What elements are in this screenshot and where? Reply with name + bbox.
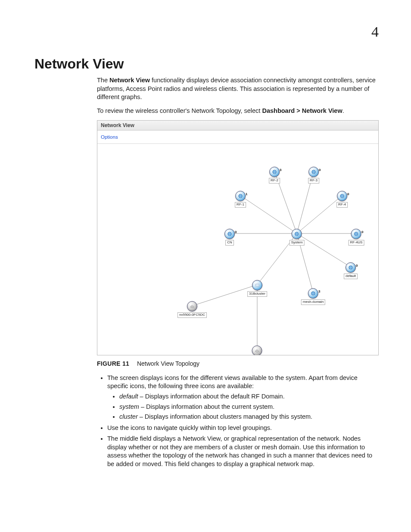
device-icon bbox=[252, 345, 262, 355]
globe-icon bbox=[308, 288, 318, 299]
panel-toolbar: Options bbox=[97, 131, 378, 144]
intro-paragraph: The Network View functionality displays … bbox=[97, 76, 379, 102]
chapter-number: 4 bbox=[371, 24, 379, 40]
desc: – Displays information about the default… bbox=[138, 393, 285, 400]
topology-node-rf4[interactable]: 0RF-4 bbox=[336, 191, 348, 208]
network-view-panel: Network View Options System3RF-20RF-31RF… bbox=[97, 120, 379, 355]
node-label: CN bbox=[225, 240, 234, 246]
nav-instruction: To review the wireless controller's Netw… bbox=[97, 107, 379, 115]
svg-point-22 bbox=[255, 351, 259, 352]
topology-node-nx5500[interactable]: nx5500-0FC5DC bbox=[177, 301, 207, 318]
node-label: RF-2 bbox=[269, 178, 280, 184]
node-badge: 0 bbox=[361, 230, 363, 235]
globe-icon bbox=[346, 262, 356, 273]
globe-icon bbox=[292, 229, 302, 239]
globe-icon bbox=[337, 191, 347, 201]
globe-icon bbox=[308, 167, 319, 177]
node-label: nx5500-0FC5DC bbox=[177, 312, 207, 318]
panel-titlebar: Network View bbox=[97, 121, 378, 131]
globe-icon bbox=[235, 191, 246, 201]
node-badge: 0 bbox=[347, 192, 349, 197]
globe-icon bbox=[351, 229, 361, 239]
options-link[interactable]: Options bbox=[101, 134, 118, 140]
svg-line-0 bbox=[240, 196, 297, 233]
node-label: RF-4US bbox=[349, 240, 364, 246]
node-label: RF-3 bbox=[308, 178, 319, 184]
node-badge: 3 bbox=[280, 168, 281, 173]
list-item: default – Displays information about the… bbox=[119, 392, 379, 401]
topology-edges bbox=[97, 144, 378, 355]
figure-number: FIGURE 11 bbox=[97, 360, 129, 367]
svg-rect-20 bbox=[255, 284, 259, 286]
list-item: Use the icons to navigate quickly within… bbox=[107, 424, 379, 432]
list-item: cluster – Displays information about clu… bbox=[119, 413, 379, 421]
sub-bullet-list: default – Displays information about the… bbox=[107, 392, 379, 421]
topology-node-mesh[interactable]: 3mesh-domain bbox=[301, 288, 325, 305]
node-badge: 3 bbox=[318, 289, 320, 294]
topology-node-rf3[interactable]: 0RF-3 bbox=[308, 167, 319, 184]
node-badge: 0 bbox=[319, 168, 321, 173]
desc: – Displays information about the current… bbox=[139, 403, 274, 410]
figure-caption-text: Network View Topology bbox=[137, 360, 199, 367]
device-icon bbox=[187, 301, 197, 311]
list-item: The middle field displays a Network View… bbox=[107, 435, 379, 468]
node-label: 31Bcluster bbox=[247, 291, 267, 297]
topology-node-rf4us[interactable]: 0RF-4US bbox=[349, 229, 364, 246]
topology-node-rf1[interactable]: 1RF-1 bbox=[235, 191, 246, 208]
node-badge: 0 bbox=[356, 264, 358, 268]
bullet-text: The screen displays icons for the differ… bbox=[107, 374, 358, 390]
topology-node-system[interactable]: System bbox=[290, 229, 305, 246]
bullet-list: The screen displays icons for the differ… bbox=[97, 374, 379, 469]
list-item: The screen displays icons for the differ… bbox=[107, 374, 379, 421]
svg-line-3 bbox=[297, 196, 342, 233]
node-label: RF-1 bbox=[235, 202, 246, 208]
node-label: System bbox=[290, 240, 305, 246]
term: cluster bbox=[119, 413, 138, 420]
node-badge: 1 bbox=[246, 192, 247, 197]
node-badge: 0 bbox=[235, 230, 237, 235]
node-label: default bbox=[344, 274, 358, 279]
node-label: mesh-domain bbox=[301, 299, 325, 305]
globe-icon bbox=[224, 229, 235, 239]
topology-node-cn[interactable]: 0CN bbox=[224, 229, 235, 246]
list-item: system – Displays information about the … bbox=[119, 403, 379, 411]
figure-caption: FIGURE 11 Network View Topology bbox=[97, 360, 379, 368]
topology-canvas: System3RF-20RF-31RF-10RF-40CN0RF-4US0def… bbox=[97, 144, 378, 355]
node-label: RF-4 bbox=[336, 202, 348, 208]
section-heading: Network View bbox=[34, 56, 379, 72]
term: default bbox=[119, 393, 138, 400]
globe-icon bbox=[269, 167, 280, 177]
svg-point-21 bbox=[190, 306, 194, 308]
cluster-icon bbox=[252, 280, 262, 290]
desc: – Displays information about clusters ma… bbox=[138, 413, 312, 420]
topology-node-nx9500[interactable]: nx9500-0C9848 bbox=[243, 345, 271, 355]
term: system bbox=[119, 403, 139, 410]
topology-node-default[interactable]: 0default bbox=[344, 262, 358, 279]
topology-node-rf2[interactable]: 3RF-2 bbox=[269, 167, 280, 184]
topology-node-cluster[interactable]: 31Bcluster bbox=[247, 280, 267, 297]
